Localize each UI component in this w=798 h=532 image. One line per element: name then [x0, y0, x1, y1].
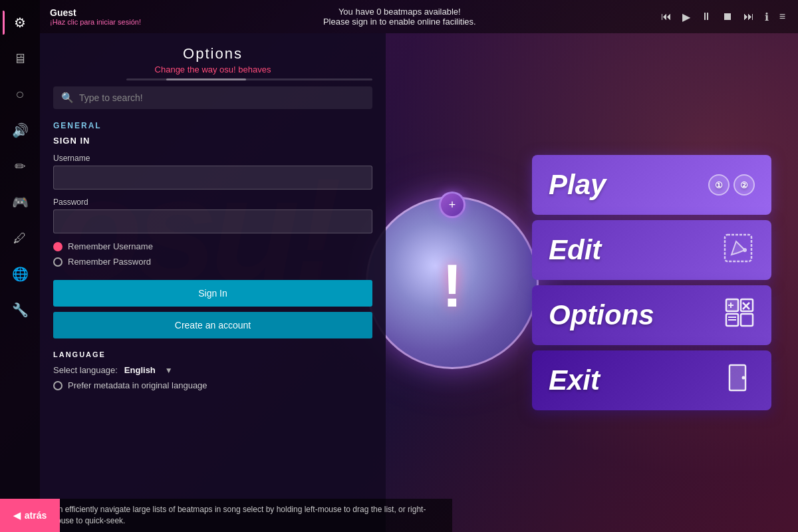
stop-btn[interactable]: ⏹	[720, 8, 735, 25]
play-badge-2: ②	[733, 174, 755, 196]
back-label: atrás	[25, 510, 47, 521]
editor-icon: ✏	[15, 158, 26, 174]
topbar-username: Guest	[50, 7, 141, 18]
language-title: LANGUAGE	[53, 350, 372, 358]
online-icon: 🌐	[12, 266, 29, 282]
options-panel: Options Change the way osu! behaves 🔍 GE…	[40, 33, 386, 532]
bottom-tip: can efficiently navigate large lists of …	[40, 499, 452, 532]
language-section: LANGUAGE Select language: English ▼ Pref…	[40, 338, 386, 390]
sidebar-item-online[interactable]: 🌐	[3, 257, 37, 291]
edit-icon	[722, 231, 755, 269]
options-button[interactable]: Options	[532, 285, 771, 345]
sidebar-item-maintenance[interactable]: 🔧	[3, 293, 37, 327]
scroll-thumb	[166, 78, 246, 80]
topbar-subtitle: ¡Haz clic para iniciar sesión!	[50, 18, 141, 26]
media-controls: ⏮ ▶ ⏸ ⏹ ⏭ ℹ ≡	[658, 8, 788, 26]
svg-point-1	[743, 248, 747, 252]
topbar-notification: You have 0 beatmaps available! Please si…	[141, 7, 658, 27]
remember-password-row[interactable]: Remember Password	[53, 257, 372, 267]
info-btn[interactable]: ℹ	[762, 8, 771, 26]
search-bar[interactable]: 🔍	[53, 86, 372, 109]
circle-icon: ○	[15, 86, 24, 103]
edit-label: Edit	[549, 234, 601, 266]
door-icon	[724, 362, 755, 399]
search-input[interactable]	[79, 92, 364, 103]
prefer-metadata-row[interactable]: Prefer metadata in original language	[53, 380, 372, 390]
search-icon: 🔍	[61, 92, 74, 104]
signin-title: SIGN IN	[53, 136, 372, 146]
remember-username-label: Remember Username	[68, 241, 153, 251]
sidebar-item-audio[interactable]: 🔊	[3, 113, 37, 148]
language-select-row[interactable]: Select language: English ▼	[53, 365, 372, 375]
language-select-label: Select language:	[53, 365, 118, 375]
sidebar-item-notifications[interactable]: ○	[3, 77, 37, 112]
exit-label: Exit	[549, 364, 600, 396]
play-button[interactable]: Play ① ②	[532, 155, 771, 215]
edit-button[interactable]: Edit	[532, 220, 771, 280]
sidebar-item-gamepad[interactable]: 🎮	[3, 185, 37, 219]
display-icon: 🖥	[13, 51, 27, 66]
user-info[interactable]: Guest ¡Haz clic para iniciar sesión!	[50, 7, 141, 26]
next-btn[interactable]: ⏭	[741, 8, 757, 25]
username-input[interactable]	[53, 166, 372, 190]
pause-btn[interactable]: ⏸	[698, 8, 714, 25]
main-menu: Play ① ② Edit Options	[532, 33, 798, 532]
exit-button[interactable]: Exit	[532, 350, 771, 410]
prefer-metadata-checkbox[interactable]	[53, 381, 63, 390]
options-label: Options	[549, 299, 654, 331]
svg-point-8	[742, 376, 745, 379]
menu-toggle-btn[interactable]: ≡	[777, 8, 788, 25]
back-arrow-icon: ◀	[13, 510, 21, 521]
topbar: Guest ¡Haz clic para iniciar sesión! You…	[40, 0, 798, 33]
sidebar-item-editor[interactable]: ✏	[3, 149, 37, 184]
remember-password-checkbox[interactable]	[53, 257, 63, 267]
options-title: Options	[40, 45, 386, 63]
signin-button[interactable]: Sign In	[53, 280, 372, 307]
gamepad-icon: 🎮	[12, 194, 29, 210]
sidebar-item-settings[interactable]: ⚙	[3, 5, 37, 40]
options-header: Options Change the way osu! behaves	[40, 33, 386, 81]
chevron-down-icon: ▼	[165, 366, 173, 375]
password-input[interactable]	[53, 209, 372, 233]
back-button[interactable]: ◀ atrás	[0, 499, 60, 532]
wrench-icon: 🔧	[12, 302, 29, 318]
remember-username-row[interactable]: Remember Username	[53, 241, 372, 251]
create-account-button[interactable]: Create an account	[53, 312, 372, 338]
play-badge-1: ①	[708, 174, 730, 196]
remember-username-checkbox[interactable]	[53, 242, 63, 251]
prev-btn[interactable]: ⏮	[658, 8, 674, 25]
username-label: Username	[53, 154, 372, 163]
sidebar: ⚙ 🖥 ○ 🔊 ✏ 🎮 🖊 🌐 🔧	[0, 0, 40, 532]
settings-icon: ⚙	[14, 15, 26, 31]
signin-box: SIGN IN Username Password Remember Usern…	[40, 136, 386, 338]
play-label: Play	[549, 169, 606, 201]
audio-icon: 🔊	[12, 122, 29, 138]
pen-icon: 🖊	[13, 231, 27, 246]
scroll-indicator	[126, 78, 372, 80]
language-value: English	[124, 365, 156, 375]
svg-rect-5	[741, 314, 753, 326]
remember-password-label: Remember Password	[68, 257, 151, 267]
play-mode-badges: ① ②	[708, 174, 755, 196]
section-general-label: GENERAL	[40, 114, 386, 136]
password-label: Password	[53, 198, 372, 207]
options-subtitle: Change the way osu! behaves	[40, 65, 386, 74]
prefer-metadata-label: Prefer metadata in original language	[68, 380, 207, 390]
options-icon	[724, 297, 755, 334]
sidebar-item-display[interactable]: 🖥	[3, 41, 37, 76]
play-btn[interactable]: ▶	[680, 8, 693, 26]
sidebar-item-pen[interactable]: 🖊	[3, 221, 37, 255]
